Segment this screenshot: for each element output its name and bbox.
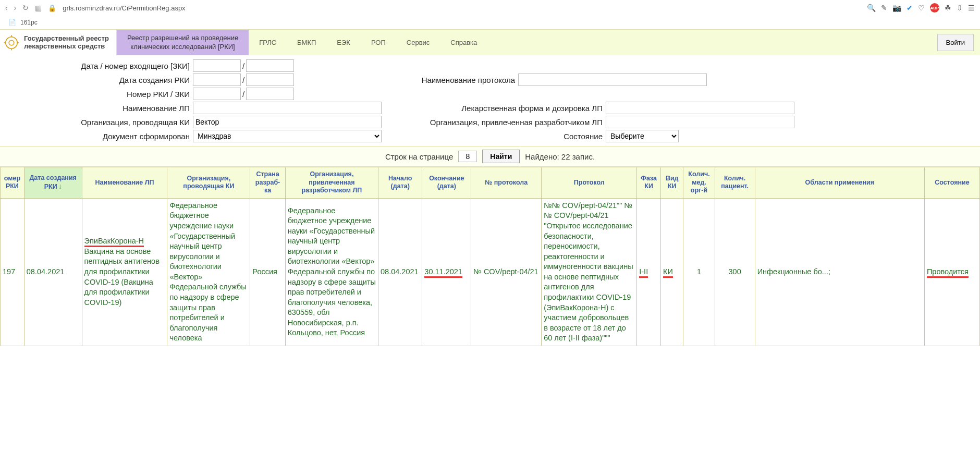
- end-date-highlight: 30.11.2021: [424, 267, 462, 278]
- col-areas: Области применения: [755, 167, 924, 199]
- input-org-conducting[interactable]: [193, 116, 382, 128]
- cell-lp-name: ЭпиВакКорона-Н Вакцина на основе пептидн…: [82, 198, 167, 346]
- forward-icon[interactable]: ›: [14, 4, 17, 12]
- verified-icon[interactable]: ✔: [906, 4, 913, 12]
- table-header-row: омер РКИ Дата создания РКИ↓ Наименование…: [1, 167, 980, 199]
- input-date-incoming-from[interactable]: [193, 59, 241, 72]
- lp-name-highlight: ЭпиВакКорона-Н: [84, 237, 144, 247]
- input-number-zki[interactable]: [246, 88, 294, 100]
- cell-areas: Инфекционные бо...;: [755, 198, 924, 346]
- cell-number: 197: [1, 198, 24, 346]
- cell-end: 30.11.2021: [422, 198, 471, 346]
- table-row[interactable]: 197 08.04.2021 ЭпиВакКорона-Н Вакцина на…: [1, 198, 980, 346]
- tab-bmkp[interactable]: БМКП: [287, 30, 326, 55]
- col-type: Вид КИ: [661, 167, 683, 199]
- label-protocol-name: Наименование протокола: [320, 76, 518, 84]
- tab-rki-registry[interactable]: Реестр разрешений на проведение клиничес…: [117, 30, 249, 55]
- cell-phase: I-II: [637, 198, 661, 346]
- state-highlight: Проводится: [927, 267, 969, 278]
- logo-icon: [3, 34, 20, 51]
- col-state: Состояние: [924, 167, 979, 199]
- reload-icon[interactable]: ↻: [22, 4, 29, 12]
- cell-patient-count: 300: [715, 198, 755, 346]
- col-date-created: Дата создания РКИ↓: [24, 167, 82, 199]
- find-button[interactable]: Найти: [482, 150, 520, 163]
- apps-icon[interactable]: ▦: [35, 4, 42, 12]
- col-end: Окончание (дата): [422, 167, 471, 199]
- pager-row: Строк на странице Найти Найдено: 22 запи…: [0, 146, 980, 167]
- svg-point-0: [6, 36, 17, 48]
- sort-desc-icon: ↓: [58, 182, 62, 190]
- col-protocol: Протокол: [542, 167, 637, 199]
- label-date-incoming: Дата / номер входящего [ЗКИ]: [5, 62, 193, 70]
- browser-right-icons: 🔍 ✎ 📷 ✔ ♡ ABP ☘ ⇩ ☰: [867, 3, 975, 13]
- input-org-dev[interactable]: [606, 116, 794, 128]
- document-icon: 📄: [8, 19, 16, 26]
- tab-rop[interactable]: РОП: [361, 30, 396, 55]
- cell-date-created: 08.04.2021: [24, 198, 82, 346]
- filter-form: Дата / номер входящего [ЗКИ] / Дата созд…: [0, 55, 980, 146]
- results-count: Найдено: 22 запис.: [525, 152, 595, 161]
- rows-per-page-input[interactable]: [458, 151, 477, 162]
- browser-toolbar: ‹ › ↻ ▦ 🔒 grls.rosminzdrav.ru/CiPermitio…: [0, 0, 980, 16]
- col-org-dev: Организация, привлеченная разработчиком …: [285, 167, 378, 199]
- tab-grls[interactable]: ГРЛС: [249, 30, 287, 55]
- tab-eek[interactable]: ЕЭК: [326, 30, 361, 55]
- cell-org-count: 1: [683, 198, 715, 346]
- cell-protocol-no: № COV/pept-04/21: [471, 198, 542, 346]
- input-protocol-name[interactable]: [518, 74, 707, 86]
- input-date-created-to[interactable]: [246, 74, 294, 86]
- input-number-rki[interactable]: [193, 88, 241, 100]
- tab-help[interactable]: Справка: [440, 30, 487, 55]
- col-protocol-no: № протокола: [471, 167, 542, 199]
- camera-icon[interactable]: 📷: [892, 4, 901, 12]
- results-table: омер РКИ Дата создания РКИ↓ Наименование…: [0, 167, 980, 346]
- search-icon[interactable]: 🔍: [867, 4, 876, 12]
- address-bar[interactable]: grls.rosminzdrav.ru/CiPermitionReg.aspx: [63, 4, 185, 12]
- login-button[interactable]: Войти: [937, 34, 974, 51]
- input-lp-name[interactable]: [193, 102, 382, 114]
- svg-point-1: [9, 40, 14, 45]
- label-org-dev: Организация, привлеченная разработчиком …: [408, 118, 606, 127]
- cell-org-dev: Федеральное бюджетное учреждение науки «…: [285, 198, 378, 346]
- label-date-created: Дата создания РКИ: [5, 76, 193, 84]
- edit-icon[interactable]: ✎: [881, 4, 887, 12]
- col-start: Начало (дата): [378, 167, 422, 199]
- cell-start: 08.04.2021: [378, 198, 422, 346]
- tab-title[interactable]: 161pc: [20, 19, 38, 26]
- col-org-conducting: Организация, проводящая КИ: [167, 167, 250, 199]
- cell-org-conducting: Федеральное бюджетное учреждение науки «…: [167, 198, 250, 346]
- heart-icon[interactable]: ♡: [918, 4, 925, 12]
- logo-cell[interactable]: Государственный реестр лекарственных сре…: [0, 30, 117, 55]
- cell-protocol: №№ COV/pept-04/21"" № № COV/pept-04/21 "…: [542, 198, 637, 346]
- download-icon[interactable]: ⇩: [957, 4, 963, 12]
- label-state: Состояние: [408, 132, 606, 141]
- col-org-count: Колич. мед. орг-й: [683, 167, 715, 199]
- col-number: омер РКИ: [1, 167, 24, 199]
- browser-tab-bar: 📄 161pc: [0, 16, 980, 29]
- input-date-incoming-to[interactable]: [246, 59, 294, 72]
- cell-country: Россия: [250, 198, 285, 346]
- col-country: Страна разраб-ка: [250, 167, 285, 199]
- logo-text: Государственный реестр лекарственных сре…: [24, 35, 109, 51]
- cell-type: КИ: [661, 198, 683, 346]
- tab-service[interactable]: Сервис: [396, 30, 440, 55]
- input-date-created-from[interactable]: [193, 74, 241, 86]
- abp-icon[interactable]: ABP: [930, 3, 939, 13]
- rows-per-page-label: Строк на странице: [385, 152, 453, 161]
- col-phase: Фаза КИ: [637, 167, 661, 199]
- label-lp-name: Наименование ЛП: [5, 104, 193, 113]
- type-highlight: КИ: [663, 267, 673, 278]
- label-doc-formed: Документ сформирован: [5, 132, 193, 141]
- cube-icon[interactable]: ☘: [945, 4, 951, 12]
- input-dosage-form[interactable]: [606, 102, 794, 114]
- back-icon[interactable]: ‹: [5, 4, 8, 12]
- menu-icon[interactable]: ☰: [968, 4, 975, 12]
- cell-state: Проводится: [924, 198, 979, 346]
- label-dosage-form: Лекарственная форма и дозировка ЛП: [408, 104, 606, 113]
- label-number: Номер РКИ / ЗКИ: [5, 90, 193, 99]
- col-patient-count: Колич. пациент.: [715, 167, 755, 199]
- select-state[interactable]: Выберите: [606, 130, 679, 142]
- select-doc-formed[interactable]: Минздрав: [193, 130, 382, 142]
- phase-highlight: I-II: [639, 267, 648, 278]
